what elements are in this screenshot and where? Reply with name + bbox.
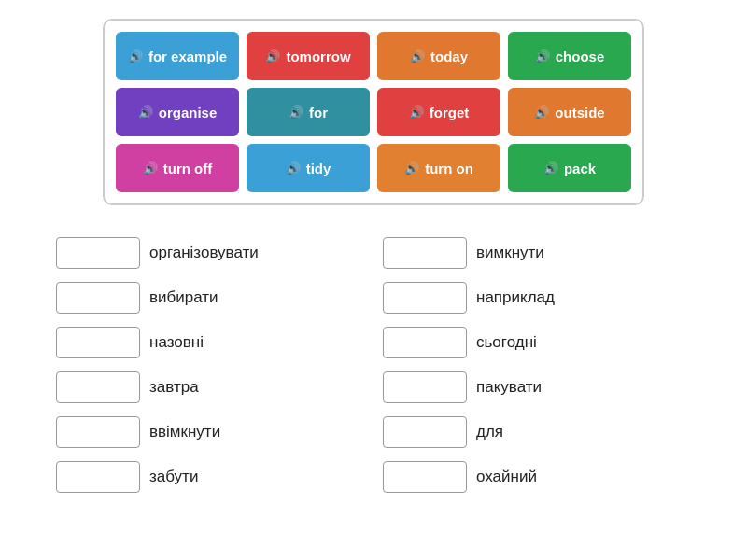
match-input-for-example-uk[interactable] bbox=[383, 282, 467, 314]
match-row-for-uk: для bbox=[374, 413, 700, 452]
word-chip-label: today bbox=[430, 49, 468, 64]
word-chip-label: turn on bbox=[425, 161, 473, 176]
match-label-forget-uk: забути bbox=[149, 468, 198, 486]
word-chip-label: for example bbox=[148, 49, 227, 64]
word-chip-tomorrow[interactable]: 🔊tomorrow bbox=[247, 32, 370, 80]
match-label-today-uk: сьогодні bbox=[476, 333, 537, 352]
speaker-icon: 🔊 bbox=[265, 49, 280, 63]
match-input-organise-uk[interactable] bbox=[56, 237, 140, 269]
match-label-tidy-uk: охайний bbox=[476, 468, 537, 486]
match-input-today-uk[interactable] bbox=[383, 327, 467, 358]
match-row-organise-uk: організовувати bbox=[47, 233, 374, 273]
match-input-turn-on-uk[interactable] bbox=[56, 416, 140, 448]
match-label-turn-on-uk: ввімкнути bbox=[149, 423, 220, 441]
match-row-tidy-uk: охайний bbox=[374, 457, 700, 497]
match-input-outside-uk[interactable] bbox=[56, 327, 140, 358]
word-chip-label: tomorrow bbox=[286, 49, 350, 64]
match-label-for-uk: для bbox=[476, 423, 503, 441]
word-chip-label: choose bbox=[556, 49, 605, 64]
match-label-organise-uk: організовувати bbox=[149, 244, 259, 262]
match-label-pack-uk: пакувати bbox=[476, 378, 542, 397]
match-row-turn-on-uk: ввімкнути bbox=[47, 413, 374, 452]
word-chip-forget[interactable]: 🔊forget bbox=[377, 88, 500, 136]
match-input-forget-uk[interactable] bbox=[56, 461, 140, 493]
word-chip-organise[interactable]: 🔊organise bbox=[116, 88, 239, 136]
speaker-icon: 🔊 bbox=[534, 105, 549, 119]
word-chip-pack[interactable]: 🔊pack bbox=[508, 144, 631, 192]
match-row-turn-off-uk: вимкнути bbox=[374, 233, 700, 273]
match-input-turn-off-uk[interactable] bbox=[383, 237, 467, 269]
speaker-icon: 🔊 bbox=[143, 161, 158, 175]
word-chip-label: pack bbox=[564, 161, 596, 176]
word-chip-for-example[interactable]: 🔊for example bbox=[116, 32, 239, 80]
word-bank: 🔊for example🔊tomorrow🔊today🔊choose🔊organ… bbox=[103, 19, 644, 205]
speaker-icon: 🔊 bbox=[286, 161, 301, 175]
word-chip-today[interactable]: 🔊today bbox=[377, 32, 500, 80]
match-input-for-uk[interactable] bbox=[383, 416, 467, 448]
speaker-icon: 🔊 bbox=[289, 105, 303, 119]
match-row-outside-uk: назовні bbox=[47, 323, 374, 362]
match-label-for-example-uk: наприклад bbox=[476, 288, 555, 307]
word-chip-label: tidy bbox=[306, 161, 331, 176]
word-chip-turn-on[interactable]: 🔊turn on bbox=[377, 144, 500, 192]
match-left-column: організовувативибиратиназовнізавтраввімк… bbox=[47, 233, 374, 497]
match-right-column: вимкнутинаприкладсьогодніпакуватидляохай… bbox=[374, 233, 700, 497]
match-row-pack-uk: пакувати bbox=[374, 368, 700, 407]
word-chip-label: turn off bbox=[163, 161, 212, 176]
speaker-icon: 🔊 bbox=[128, 49, 143, 63]
match-input-choose-uk[interactable] bbox=[56, 282, 140, 314]
match-label-turn-off-uk: вимкнути bbox=[476, 244, 544, 262]
match-input-tomorrow-uk[interactable] bbox=[56, 371, 140, 403]
word-chip-label: organise bbox=[159, 105, 218, 120]
speaker-icon: 🔊 bbox=[409, 105, 424, 119]
speaker-icon: 🔊 bbox=[404, 161, 419, 175]
word-chip-outside[interactable]: 🔊outside bbox=[508, 88, 631, 136]
match-row-forget-uk: забути bbox=[47, 457, 374, 497]
match-input-tidy-uk[interactable] bbox=[383, 461, 467, 493]
word-chip-turn-off[interactable]: 🔊turn off bbox=[116, 144, 239, 192]
speaker-icon: 🔊 bbox=[535, 49, 550, 63]
match-row-choose-uk: вибирати bbox=[47, 278, 374, 317]
match-area: організовувативибиратиназовнізавтраввімк… bbox=[47, 233, 700, 497]
word-chip-label: outside bbox=[555, 105, 604, 120]
word-chip-for[interactable]: 🔊for bbox=[247, 88, 370, 136]
word-chip-tidy[interactable]: 🔊tidy bbox=[247, 144, 370, 192]
word-chip-label: for bbox=[309, 105, 328, 120]
speaker-icon: 🔊 bbox=[138, 105, 153, 119]
match-row-tomorrow-uk: завтра bbox=[47, 368, 374, 407]
word-chip-choose[interactable]: 🔊choose bbox=[508, 32, 631, 80]
word-chip-label: forget bbox=[430, 105, 470, 120]
match-label-tomorrow-uk: завтра bbox=[149, 378, 199, 397]
speaker-icon: 🔊 bbox=[543, 161, 558, 175]
match-row-for-example-uk: наприклад bbox=[374, 278, 700, 317]
match-label-outside-uk: назовні bbox=[149, 333, 204, 352]
match-row-today-uk: сьогодні bbox=[374, 323, 700, 362]
match-label-choose-uk: вибирати bbox=[149, 288, 218, 307]
match-input-pack-uk[interactable] bbox=[383, 371, 467, 403]
speaker-icon: 🔊 bbox=[410, 49, 425, 63]
